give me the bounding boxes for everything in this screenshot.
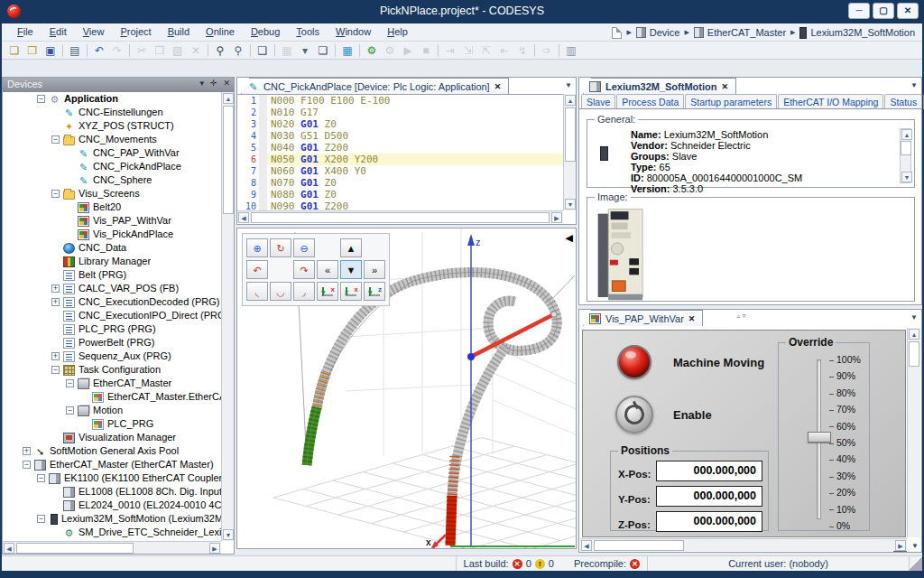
- tab-lexium32m-softmotion[interactable]: Lexium32M_SoftMotion ✕: [583, 78, 736, 94]
- turn-right-button[interactable]: ↷: [293, 260, 315, 279]
- breadcrumb-ethercat_master[interactable]: EtherCAT_Master: [694, 27, 786, 38]
- editor-vertical-scrollbar[interactable]: ▲ ▼: [563, 94, 576, 210]
- run-to-cursor-icon[interactable]: ⇤: [495, 42, 513, 59]
- scroll-left-icon[interactable]: ◀: [581, 540, 592, 551]
- expand-icon[interactable]: +: [23, 447, 31, 455]
- scroll-left-icon[interactable]: ◀: [4, 543, 14, 554]
- collapse-icon[interactable]: −: [37, 95, 45, 103]
- tree-item-ethercat-master-ethercat-t[interactable]: EtherCAT_Master.EtherCAT_T: [3, 390, 223, 404]
- zpos-value[interactable]: 000.000,000: [656, 511, 762, 532]
- tree-item-el2024-0010-el2024-0010-4ch-dig-[interactable]: EL2024_0010 (EL2024-0010 4Ch. Dig.: [3, 499, 223, 512]
- forward-icon[interactable]: ➩: [538, 42, 556, 59]
- tree-item-calc-var-pos-fb-[interactable]: +CALC_VAR_POS (FB): [3, 282, 223, 295]
- tab-close-icon[interactable]: ✕: [688, 314, 696, 323]
- tree-item-lexium32m-softmotion-lexium32m-softm[interactable]: −Lexium32M_SoftMotion (Lexium32M_SoftM: [3, 512, 223, 526]
- tilt-right-button[interactable]: ◞: [293, 282, 315, 301]
- tree-item-task-configuration[interactable]: −Task Configuration: [3, 363, 223, 377]
- subtab-startup-parameters[interactable]: Startup parameters: [685, 94, 777, 108]
- reset-icon[interactable]: ↯: [513, 42, 531, 59]
- turn-left-button[interactable]: ↶: [246, 260, 268, 279]
- login-icon[interactable]: ⚙: [363, 42, 381, 59]
- tree-item-powerbelt-prg-[interactable]: PowerBelt (PRG): [3, 336, 223, 350]
- collapse-icon[interactable]: −: [66, 379, 74, 387]
- tree-item-library-manager[interactable]: Library Manager: [3, 255, 223, 268]
- tree-item-cnc-pickandplace[interactable]: ✎CNC_PickAndPlace: [3, 160, 223, 173]
- paste-icon[interactable]: ▧: [169, 42, 187, 59]
- pin-icon[interactable]: ✛: [210, 79, 217, 88]
- prev-position-button[interactable]: «: [317, 260, 338, 279]
- close-button[interactable]: ✕: [897, 3, 919, 19]
- stop-icon[interactable]: ■: [417, 42, 435, 59]
- menu-online[interactable]: Online: [198, 23, 243, 42]
- vis-dropdown-icon[interactable]: ▼: [911, 542, 919, 550]
- logout-icon[interactable]: ⚙: [381, 42, 399, 59]
- scroll-up-icon[interactable]: ▲: [565, 95, 576, 106]
- collapse-toolbar-icon[interactable]: ◀: [566, 232, 573, 244]
- machine-moving-lamp[interactable]: [617, 345, 651, 379]
- collapse-icon[interactable]: −: [37, 515, 45, 523]
- collapse-icon[interactable]: −: [51, 190, 60, 198]
- tree-item-cnc-movements[interactable]: −CNC_Movements: [3, 133, 223, 146]
- save-icon[interactable]: ▣: [42, 42, 60, 59]
- open-project-icon[interactable]: ❒: [23, 42, 42, 59]
- expand-icon[interactable]: +: [51, 298, 60, 306]
- tab-list-dropdown-icon[interactable]: ▼: [910, 81, 918, 89]
- tab-list-dropdown-icon[interactable]: ▼: [910, 313, 918, 322]
- build-dropdown-icon[interactable]: ▾: [296, 42, 314, 59]
- scroll-down-icon[interactable]: ▼: [901, 172, 912, 182]
- tree-item-cnc-data[interactable]: CNC_Data: [3, 241, 223, 255]
- tree-item-visu-screens[interactable]: −Visu_Screens: [3, 187, 223, 200]
- plane-xy-button[interactable]: yx: [317, 282, 338, 301]
- scroll-right-icon[interactable]: ▶: [551, 212, 562, 223]
- tree-item-ethercat-master-ethercat-master-[interactable]: −EtherCAT_Master (EtherCAT Master): [3, 458, 223, 471]
- tree-item-application[interactable]: −⚙Application: [3, 92, 223, 106]
- project-page-icon[interactable]: [612, 27, 622, 39]
- tree-item-motion[interactable]: −Motion: [3, 404, 223, 417]
- find-replace-icon[interactable]: ⚲: [229, 42, 247, 59]
- collapse-icon[interactable]: −: [51, 366, 60, 374]
- tilt-left-button[interactable]: ◟: [246, 282, 268, 301]
- delete-icon[interactable]: ✕: [187, 42, 205, 59]
- tree-item-xyz-pos-struct-[interactable]: ✦XYZ_POS (STRUCT): [3, 119, 223, 133]
- build-icon[interactable]: ▦: [278, 42, 296, 59]
- tree-item-cnc-executiondecoded-prg-[interactable]: +CNC_ExecutionDecoded (PRG): [3, 295, 223, 309]
- move-down-button[interactable]: ▼: [340, 260, 362, 279]
- tree-item-cnc-sphere[interactable]: ✎CNC_Sphere: [3, 173, 223, 187]
- menu-tools[interactable]: Tools: [288, 23, 328, 42]
- print-icon[interactable]: ▤: [66, 42, 84, 59]
- maximize-button[interactable]: ▢: [873, 3, 894, 19]
- device-repository-icon[interactable]: ▥: [562, 42, 580, 59]
- expand-icon[interactable]: +: [51, 284, 60, 293]
- tab-list-dropdown-icon[interactable]: ▼: [565, 81, 572, 89]
- breadcrumb-device[interactable]: Device: [636, 27, 680, 38]
- scroll-up-icon[interactable]: ▲: [223, 93, 234, 104]
- tab-vis-pap-withvar[interactable]: Vis_PAP_WithVar ✕: [583, 310, 703, 326]
- tab-close-icon[interactable]: ✕: [494, 82, 502, 91]
- tilt-down-button[interactable]: ◡: [270, 282, 291, 301]
- tab-cnc-pickandplace[interactable]: ✎ CNC_PickAndPlace [Device: Plc Logic: A…: [241, 78, 509, 94]
- subtab-ethercat-i-o-mapping[interactable]: EtherCAT I/O Mapping: [778, 94, 883, 108]
- tree-item-softmotion-general-axis-pool[interactable]: +➘SoftMotion General Axis Pool: [3, 444, 223, 458]
- cnc-3d-viewer[interactable]: ⊕↻⊖▲↶↷«▼»◟◡◞yxzxyz ◀: [236, 228, 577, 549]
- splitter-buttons[interactable]: ▵ ▿: [736, 312, 745, 320]
- scroll-right-icon[interactable]: ▶: [209, 543, 220, 554]
- rotate-cw-button[interactable]: ↻: [270, 238, 291, 257]
- plane-xz-button[interactable]: zx: [340, 282, 362, 301]
- tree-item-belt20[interactable]: Belt20: [3, 200, 223, 214]
- screens-icon[interactable]: ❑: [254, 42, 272, 59]
- menu-edit[interactable]: Edit: [42, 23, 75, 42]
- zoom-in-button[interactable]: ⊕: [246, 238, 268, 257]
- menu-build[interactable]: Build: [160, 23, 198, 42]
- menu-debug[interactable]: Debug: [243, 23, 288, 42]
- next-position-button[interactable]: »: [364, 260, 385, 279]
- tree-item-ethercat-master[interactable]: −EtherCAT_Master: [3, 377, 223, 390]
- undo-icon[interactable]: ↶: [90, 42, 108, 59]
- devices-vertical-scrollbar[interactable]: ▲ ▼: [221, 92, 234, 541]
- gcode-editor[interactable]: 1N000 F100 E100 E-1002N010 G173N020 G01 …: [237, 94, 563, 212]
- tree-item-sequenz-aux-prg-[interactable]: +Sequenz_Aux (PRG): [3, 350, 223, 363]
- editor-horizontal-scrollbar[interactable]: ◀ ▶: [237, 210, 563, 223]
- devices-horizontal-scrollbar[interactable]: ◀ ▶: [3, 541, 221, 554]
- ypos-value[interactable]: 000.000,000: [656, 486, 762, 507]
- collapse-icon[interactable]: −: [51, 135, 60, 144]
- collapse-icon[interactable]: −: [37, 474, 45, 482]
